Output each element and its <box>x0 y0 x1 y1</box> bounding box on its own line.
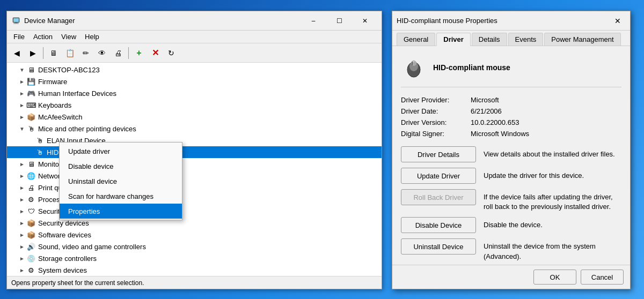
tree-item-storage[interactable]: ► 💿 Storage controllers <box>7 252 382 264</box>
tab-power[interactable]: Power Management <box>544 33 620 46</box>
tree-item-system[interactable]: ► ⚙ System devices <box>7 264 382 276</box>
tree-item-firmware[interactable]: ► 💾 Firmware <box>7 76 382 87</box>
driver-provider-row: Driver Provider: Microsoft <box>401 96 621 104</box>
provider-value: Microsoft <box>471 96 499 104</box>
keyboards-icon: ⌨ <box>26 100 36 110</box>
tab-events[interactable]: Events <box>508 33 544 46</box>
system-icon: ⚙ <box>26 265 36 275</box>
tab-details[interactable]: Details <box>472 33 507 46</box>
tree-item-hid[interactable]: ► 🎮 Human Interface Devices <box>7 87 382 99</box>
svg-rect-3 <box>13 18 19 22</box>
device-manager-icon <box>11 16 21 26</box>
properties-dialog: HID-compliant mouse Properties ✕ General… <box>392 11 631 289</box>
hid-mouse-icon: 🖱 <box>35 147 45 157</box>
ctx-disable-device[interactable]: Disable device <box>60 159 182 174</box>
expand-icon-soft-components: ► <box>18 219 26 227</box>
tab-bar: General Driver Details Events Power Mana… <box>392 31 630 46</box>
ctx-uninstall-device[interactable]: Uninstall device <box>60 174 182 189</box>
tree-item-mcafee[interactable]: ► 📦 McAfeeSwitch <box>7 111 382 123</box>
dialog-close-button[interactable]: ✕ <box>610 14 626 27</box>
properties-button[interactable]: 📋 <box>62 46 77 61</box>
svg-rect-7 <box>412 62 413 65</box>
mcafee-icon: 📦 <box>26 112 36 122</box>
status-text: Opens property sheet for the current sel… <box>11 279 144 287</box>
status-bar: Opens property sheet for the current sel… <box>7 276 382 289</box>
version-label: Driver Version: <box>401 118 471 126</box>
view-button[interactable]: 👁 <box>94 46 109 61</box>
driver-details-desc: View details about the installed driver … <box>484 146 615 159</box>
driver-info-table: Driver Provider: Microsoft Driver Date: … <box>401 96 621 138</box>
soft-devices-icon: 📦 <box>26 230 36 240</box>
expand-icon-soft-devices: ► <box>18 230 26 239</box>
print-icon: 🖨 <box>26 183 36 192</box>
uninstall-device-button[interactable]: Uninstall Device <box>401 238 476 255</box>
dialog-title: HID-compliant mouse Properties <box>397 17 610 25</box>
refresh-button[interactable]: ↻ <box>164 46 179 61</box>
remove-button[interactable]: ✕ <box>148 46 163 61</box>
expand-icon-mcafee: ► <box>18 113 26 121</box>
menu-view[interactable]: View <box>57 31 80 43</box>
add-button[interactable]: + <box>131 46 147 61</box>
mice-icon: 🖱 <box>26 124 36 133</box>
expand-icon-monitors: ► <box>18 160 26 168</box>
forward-button[interactable]: ▶ <box>25 46 40 61</box>
ok-button[interactable]: OK <box>533 270 576 285</box>
expand-icon-storage: ► <box>18 254 26 263</box>
expand-icon-mice: ▼ <box>18 124 26 133</box>
tab-driver[interactable]: Driver <box>436 33 471 46</box>
driver-signer-row: Digital Signer: Microsoft Windows <box>401 130 621 138</box>
signer-label: Digital Signer: <box>401 130 471 138</box>
menu-file[interactable]: File <box>9 31 29 43</box>
tab-general[interactable]: General <box>397 33 435 46</box>
minimize-button[interactable]: – <box>301 13 326 29</box>
expand-icon-network: ► <box>18 171 26 180</box>
update-driver-button[interactable]: Update Driver <box>401 168 476 184</box>
tree-item-keyboards[interactable]: ► ⌨ Keyboards <box>7 99 382 111</box>
svg-rect-1 <box>14 23 18 24</box>
back-button[interactable]: ◀ <box>9 46 24 61</box>
hid-icon: 🎮 <box>26 88 36 98</box>
expand-icon-hid-mouse <box>26 148 35 156</box>
uninstall-device-row: Uninstall Device Uninstall the device fr… <box>401 238 621 261</box>
menu-help[interactable]: Help <box>80 31 104 43</box>
menu-action[interactable]: Action <box>29 31 57 43</box>
disable-device-desc: Disable the device. <box>484 217 543 230</box>
driver-date-row: Driver Date: 6/21/2006 <box>401 107 621 115</box>
scan-button[interactable]: 🖨 <box>111 46 126 61</box>
storage-icon: 💿 <box>26 253 36 263</box>
device-name: HID-compliant mouse <box>433 63 510 72</box>
tree-item-soft-devices[interactable]: ► 📦 Software devices <box>7 229 382 241</box>
disable-device-button[interactable]: Disable Device <box>401 217 476 233</box>
computer-button[interactable]: 🖥 <box>46 46 61 61</box>
expand-icon-root: ▼ <box>18 65 26 74</box>
cancel-button[interactable]: Cancel <box>581 270 624 285</box>
close-button[interactable]: ✕ <box>353 13 377 29</box>
version-value: 10.0.22000.653 <box>471 118 519 126</box>
expand-icon-security: ► <box>18 207 26 215</box>
device-icon-large <box>401 55 427 80</box>
firmware-icon: 💾 <box>26 77 36 86</box>
ctx-update-driver[interactable]: Update driver <box>60 144 182 159</box>
update-driver-row: Update Driver Update the driver for this… <box>401 168 621 184</box>
ctx-scan-hardware[interactable]: Scan for hardware changes <box>60 189 182 204</box>
computer-icon: 🖥 <box>26 65 36 74</box>
tree-item-mice[interactable]: ▼ 🖱 Mice and other pointing devices <box>7 123 382 134</box>
provider-label: Driver Provider: <box>401 96 471 104</box>
ctx-properties[interactable]: Properties <box>60 204 182 219</box>
uninstall-device-desc: Uninstall the device from the system (Ad… <box>484 238 621 261</box>
driver-details-button[interactable]: Driver Details <box>401 146 476 162</box>
roll-back-desc: If the device fails after updating the d… <box>484 189 621 212</box>
maximize-button[interactable]: ☐ <box>327 13 352 29</box>
date-value: 6/21/2006 <box>471 107 502 115</box>
device-manager-title: Device Manager <box>24 17 301 25</box>
roll-back-driver-button[interactable]: Roll Back Driver <box>401 189 476 205</box>
svg-point-8 <box>413 61 415 63</box>
expand-icon-sound: ► <box>18 242 26 251</box>
tree-item-root[interactable]: ▼ 🖥 DESKTOP-ABC123 <box>7 64 382 76</box>
edit-button[interactable]: ✏ <box>78 46 93 61</box>
dialog-content: HID-compliant mouse Driver Provider: Mic… <box>392 46 630 265</box>
tree-item-sound[interactable]: ► 🔊 Sound, video and game controllers <box>7 241 382 252</box>
window-controls: – ☐ ✕ <box>301 13 377 29</box>
update-driver-desc: Update the driver for this device. <box>484 168 584 181</box>
toolbar-sep-1 <box>43 47 43 59</box>
